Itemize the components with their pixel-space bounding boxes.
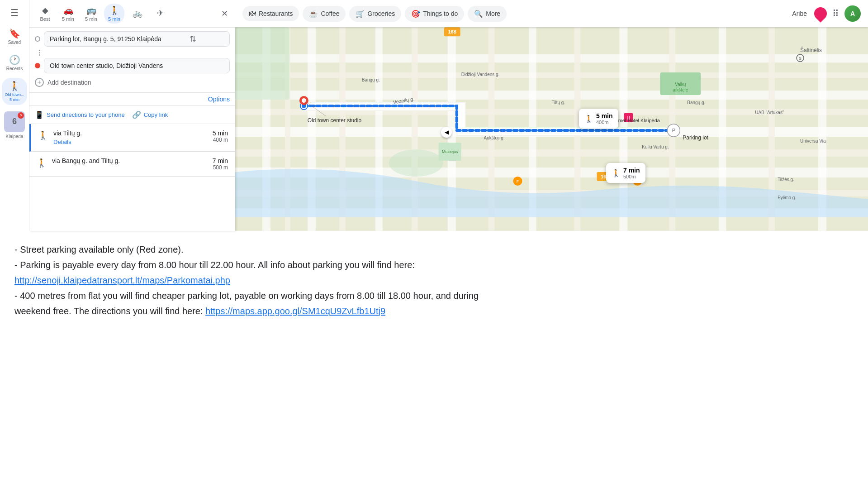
copy-link-label: Copy link xyxy=(144,111,168,118)
route2-name: via Bangų g. and Tiltų g. xyxy=(52,157,207,164)
groceries-icon: 🛒 xyxy=(356,10,365,18)
route2-dist: 500 m xyxy=(213,164,228,171)
route1-info: via Tiltų g. Details xyxy=(53,129,207,146)
transport-bike[interactable]: 🚲 xyxy=(127,6,147,21)
popup2-details: 7 min 500m xyxy=(623,167,640,179)
svg-text:Tilžės g.: Tilžės g. xyxy=(778,177,794,182)
transport-walk[interactable]: 🚶 5 min xyxy=(104,4,124,24)
things-pill[interactable]: 🎯 Things to do xyxy=(405,6,464,22)
best-icon: ◆ xyxy=(42,5,48,15)
directions-link[interactable]: https://maps.app.goo.gl/SM1cqU9ZvLfb1Utj… xyxy=(205,306,385,316)
groceries-label: Groceries xyxy=(367,10,395,17)
destination-row xyxy=(35,58,230,73)
phone-icon: 📱 xyxy=(35,110,44,119)
parking-link[interactable]: http://senoji.klaipedatransport.lt/maps/… xyxy=(14,275,230,285)
sidebar: ☰ 🔖 Saved 🕐 Recents 🚶 Old town...5 min 6… xyxy=(0,0,29,231)
send-directions-btn[interactable]: 📱 Send directions to your phone xyxy=(35,110,125,119)
route2-info: via Bangų g. and Tiltų g. xyxy=(52,157,207,165)
walking-route-label: Old town...5 min xyxy=(5,92,24,102)
aribe-marker xyxy=(811,5,830,23)
more-pill[interactable]: 🔍 More xyxy=(468,6,507,22)
info-line3: - 400 metres from flat you will find che… xyxy=(14,288,854,303)
clock-icon: 🕐 xyxy=(9,54,20,65)
route1-name: via Tiltų g. xyxy=(53,129,207,137)
directions-panel: ◆ Best 🚗 5 min 🚌 5 min 🚶 5 min 🚲 ✈ ✕ xyxy=(29,0,235,231)
more-label: More xyxy=(486,10,500,17)
svg-text:Vaikų: Vaikų xyxy=(675,82,686,87)
thumb-number: 6 xyxy=(12,117,17,126)
collapse-arrow[interactable]: ◀ xyxy=(441,127,452,138)
maps-topbar: 🍽 Restaurants ☕ Coffee 🛒 Groceries 🎯 Thi… xyxy=(235,0,868,27)
svg-text:Pylimo g.: Pylimo g. xyxy=(778,195,796,200)
popup1-dist: 400m xyxy=(596,120,613,125)
route-inputs: ⇅ + Add destination xyxy=(29,28,235,93)
location-label: Klaipėda xyxy=(6,134,24,139)
bike-icon: 🚲 xyxy=(133,8,142,18)
route-list: 🚶 via Tiltų g. Details 5 min 400 m 🚶 via… xyxy=(29,124,235,231)
groceries-pill[interactable]: 🛒 Groceries xyxy=(349,6,401,22)
thumb-badge: 6 xyxy=(18,112,24,119)
route2-time-dist: 7 min 500 m xyxy=(213,157,228,171)
add-icon: + xyxy=(35,78,44,87)
sidebar-recents[interactable]: 🕐 Recents xyxy=(2,52,27,74)
svg-text:S: S xyxy=(799,56,802,61)
best-label: Best xyxy=(40,16,50,22)
copy-link-btn[interactable]: 🔗 Copy link xyxy=(132,110,168,119)
restaurants-label: Restaurants xyxy=(259,10,293,17)
origin-input[interactable] xyxy=(44,31,230,47)
svg-text:UAB "Artukas": UAB "Artukas" xyxy=(755,110,784,115)
location-thumbnail[interactable]: 6 6 xyxy=(4,111,25,132)
route-option-2[interactable]: 🚶 via Bangų g. and Tiltų g. 7 min 500 m xyxy=(29,152,235,177)
sidebar-walking-route[interactable]: 🚶 Old town...5 min xyxy=(2,78,27,105)
svg-text:Old town center studio: Old town center studio xyxy=(308,117,362,124)
sidebar-saved[interactable]: 🔖 Saved xyxy=(2,25,27,48)
route1-details[interactable]: Details xyxy=(53,139,71,145)
route1-time-dist: 5 min 400 m xyxy=(213,129,228,143)
svg-text:Šaltinėlis: Šaltinėlis xyxy=(800,47,822,53)
things-icon: 🎯 xyxy=(411,10,420,18)
popup1-time: 5 min xyxy=(596,112,613,120)
top-section: ☰ 🔖 Saved 🕐 Recents 🚶 Old town...5 min 6… xyxy=(0,0,868,231)
car-label: 5 min xyxy=(62,16,74,22)
add-destination-label: Add destination xyxy=(47,79,91,86)
restaurants-pill[interactable]: 🍽 Restaurants xyxy=(242,6,299,21)
sidebar-menu[interactable]: ☰ xyxy=(2,5,27,22)
route2-popup: 🚶 7 min 500m xyxy=(606,163,645,183)
options-bar: Options xyxy=(29,93,235,106)
transit-label: 5 min xyxy=(85,16,97,22)
transport-best[interactable]: ◆ Best xyxy=(35,4,55,24)
sidebar-location[interactable]: 6 6 Klaipėda xyxy=(2,109,27,142)
coffee-pill[interactable]: ☕ Coffee xyxy=(303,6,346,22)
origin-dot xyxy=(35,36,40,42)
bottom-info: - Street parking available only (Red zon… xyxy=(0,231,868,330)
popup2-walk-icon: 🚶 xyxy=(612,169,621,177)
directions-actions: 📱 Send directions to your phone 🔗 Copy l… xyxy=(29,106,235,124)
add-destination-btn[interactable]: + Add destination xyxy=(35,76,230,89)
map-container[interactable]: 🍽 Restaurants ☕ Coffee 🛒 Groceries 🎯 Thi… xyxy=(235,0,868,231)
transport-transit[interactable]: 🚌 5 min xyxy=(81,4,101,24)
origin-row: ⇅ xyxy=(35,31,230,47)
transport-plane[interactable]: ✈ xyxy=(150,6,171,21)
swap-button[interactable]: ⇅ xyxy=(188,32,198,46)
svg-text:Tiltų g.: Tiltų g. xyxy=(552,100,565,105)
transit-icon: 🚌 xyxy=(86,5,96,15)
walk-label: 5 min xyxy=(108,16,120,22)
walking-icon: 🚶 xyxy=(9,81,20,91)
map-svg: P 168 168 H F B Vaikų aikštelė Muziejus xyxy=(235,27,868,231)
popup2-time: 7 min xyxy=(623,167,640,174)
route-option-1[interactable]: 🚶 via Tiltų g. Details 5 min 400 m xyxy=(29,124,235,152)
popup1-walk-icon: 🚶 xyxy=(584,115,593,123)
user-avatar[interactable]: A xyxy=(844,5,861,22)
svg-text:Didžioji Vandens g.: Didžioji Vandens g. xyxy=(461,72,500,77)
route1-time: 5 min xyxy=(213,129,228,137)
svg-text:Universa Via: Universa Via xyxy=(800,139,826,144)
grid-icon[interactable]: ⠿ xyxy=(832,8,839,19)
transport-car[interactable]: 🚗 5 min xyxy=(58,4,78,24)
close-button[interactable]: ✕ xyxy=(219,7,230,20)
walk-icon: 🚶 xyxy=(109,5,119,15)
options-link[interactable]: Options xyxy=(208,96,230,103)
connector xyxy=(37,49,42,56)
recents-label: Recents xyxy=(6,66,23,72)
destination-input[interactable] xyxy=(44,58,230,73)
svg-text:Bangų g.: Bangų g. xyxy=(362,77,380,82)
